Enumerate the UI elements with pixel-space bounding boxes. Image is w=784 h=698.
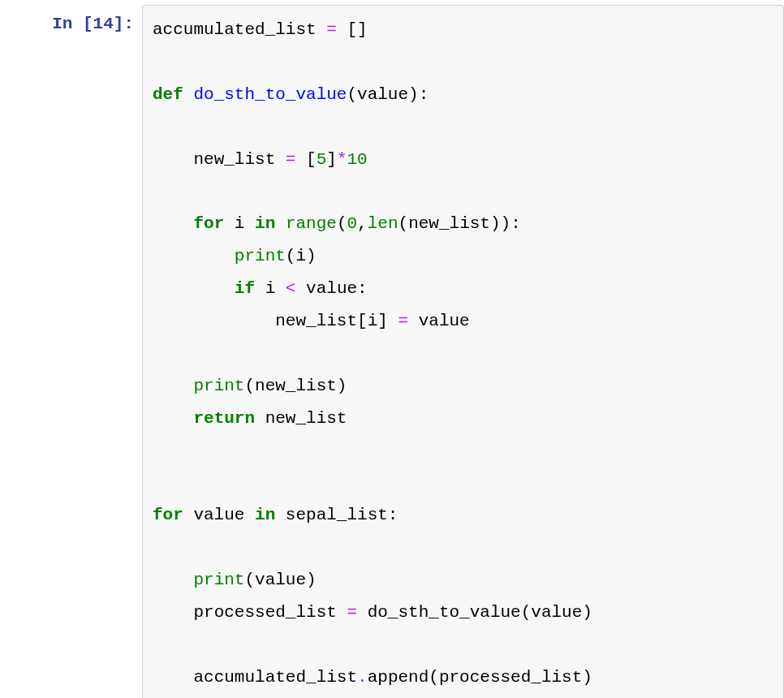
code-cell: In [14]: accumulated_list = [] def do_st… [0, 0, 784, 698]
code-input-area[interactable]: accumulated_list = [] def do_sth_to_valu… [142, 5, 784, 698]
code-content[interactable]: accumulated_list = [] def do_sth_to_valu… [153, 14, 773, 698]
code-line-10: new_list[i] = value [153, 312, 470, 330]
code-line-18: print(value) [153, 571, 317, 589]
input-prompt: In [14]: [0, 5, 142, 698]
prompt-in-label: In [52, 15, 83, 33]
code-line-7: for i in range(0,len(new_list)): [153, 214, 521, 233]
prompt-number: 14 [93, 15, 114, 33]
prompt-bracket-close: ]: [114, 15, 134, 33]
code-line-19: processed_list = do_sth_to_value(value) [153, 603, 592, 622]
code-line-5: new_list = [5]*10 [153, 150, 368, 169]
prompt-bracket-open: [ [83, 15, 93, 33]
code-line-16: for value in sepal_list: [153, 506, 398, 524]
code-line-13: return new_list [153, 409, 347, 428]
code-line-21: accumulated_list.append(processed_list) [153, 668, 592, 687]
code-line-12: print(new_list) [153, 377, 347, 395]
code-line-1: accumulated_list = [] [153, 20, 368, 39]
code-line-8: print(i) [153, 247, 317, 265]
code-line-3: def do_sth_to_value(value): [153, 85, 429, 104]
code-line-9: if i < value: [153, 279, 368, 298]
